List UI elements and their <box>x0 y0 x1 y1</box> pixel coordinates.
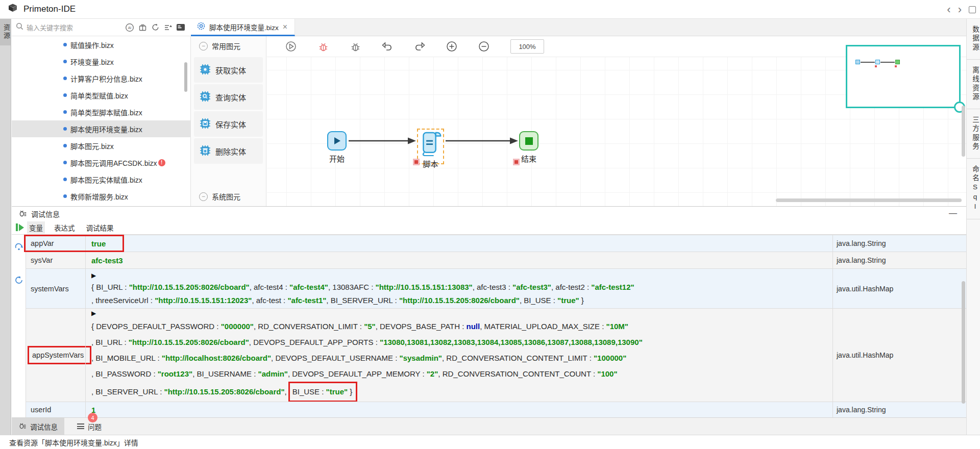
tree-item[interactable]: 脚本图元调用AFCSDK.bizx! <box>12 154 190 171</box>
tree-item[interactable]: 脚本图元实体赋值.bizx <box>12 171 190 188</box>
debug-icon[interactable] <box>350 41 361 52</box>
step-over-icon[interactable] <box>14 242 23 251</box>
key-text: , BI_USE : <box>520 296 557 305</box>
key-text: , RD_CONVERSATION_CONTENT_LIMIT : <box>442 354 594 362</box>
debug-panel: 调试信息 — 变量表达式调试结果 appVartruejava.lang.Str… <box>12 206 966 417</box>
right-rail-item[interactable]: 命名Sql <box>967 159 980 219</box>
entity-chip-icon <box>199 63 211 77</box>
value-text: "true" <box>326 387 348 396</box>
editor-tab-strip: 脚本使用环境变量.bizx × <box>191 19 966 36</box>
palette-item[interactable]: 删除实体 <box>194 138 263 164</box>
key-text: { BI_URL : <box>91 283 129 291</box>
window-icon[interactable] <box>969 6 976 13</box>
expand-arrow-icon[interactable]: ▶ <box>91 309 832 318</box>
expand-arrow-icon[interactable]: ▶ <box>91 270 832 281</box>
tab-debug-info[interactable]: 调试信息 <box>12 418 64 435</box>
tree-item[interactable]: 简单类型脚本赋值.bizx <box>12 104 190 120</box>
value-text: "http://localhost:8026/cboard" <box>162 354 271 362</box>
redo-icon[interactable] <box>414 41 425 52</box>
stop-icon[interactable] <box>14 259 23 268</box>
key-text: , afc-test3 : <box>473 283 512 291</box>
editor-tab-active[interactable]: 脚本使用环境变量.bizx × <box>191 19 295 36</box>
canvas-hscrollbar[interactable] <box>776 198 962 202</box>
status-text: 查看资源「脚本使用环境变量.bizx」详情 <box>9 437 138 447</box>
variable-row[interactable]: sysVarafc-test3java.lang.String <box>26 252 966 269</box>
node-script[interactable]: 脚本 <box>417 129 444 164</box>
debug-scrollbar[interactable] <box>962 281 965 404</box>
search-bar: 输入关键字搜索 AI <box>12 19 190 36</box>
file-bullet-icon <box>63 161 67 164</box>
tab-problems[interactable]: 问题 4 <box>70 418 108 435</box>
flow-canvas[interactable]: 100% 开始 脚本 <box>267 36 966 206</box>
view-toggle-icon[interactable] <box>176 23 185 32</box>
palette-item[interactable]: 获取实体 <box>194 57 263 83</box>
sidebar-tab-resources[interactable]: 资源 <box>0 19 11 45</box>
nav-back-icon[interactable]: ‹ <box>947 4 950 15</box>
canvas-vscrollbar[interactable] <box>962 106 965 157</box>
debug-tab-调试结果[interactable]: 调试结果 <box>84 221 116 234</box>
file-bullet-icon <box>63 77 67 80</box>
key-text: , afc-test2 : <box>551 283 591 291</box>
collapse-panel-icon[interactable]: — <box>949 209 957 218</box>
tree-item[interactable]: 计算客户积分信息.bizx <box>12 70 190 87</box>
search-input[interactable]: 输入关键字搜索 <box>12 22 125 32</box>
palette-item[interactable]: 保存实体 <box>194 111 263 137</box>
tree-item[interactable]: 教师新增服务.bizx <box>12 188 190 205</box>
tree-item[interactable]: 环境变量.bizx <box>12 53 190 70</box>
node-end[interactable] <box>519 131 538 151</box>
value-text: true <box>91 239 106 248</box>
palette-item[interactable]: 查询实体 <box>194 84 263 110</box>
title-bar: Primeton-IDE ‹ › <box>0 0 980 19</box>
key-text: , RD_CONVERSATION_CONTENT_COUNT : <box>438 369 597 378</box>
key-text: { DEVOPS_DEFAULT_PASSWORD : <box>91 322 221 331</box>
file-name: 脚本图元调用AFCSDK.bizx <box>70 158 157 168</box>
close-icon[interactable]: × <box>283 22 287 32</box>
refresh-icon[interactable] <box>151 23 160 32</box>
palette-group-system[interactable]: − 系统图元 <box>191 187 266 206</box>
file-name: 环境变量.bizx <box>70 57 114 67</box>
right-rail-item[interactable]: 三方服务 <box>967 109 980 159</box>
run-icon[interactable] <box>285 41 297 52</box>
undo-icon[interactable] <box>382 41 393 52</box>
tree-scrollbar[interactable] <box>184 62 187 92</box>
node-start[interactable] <box>327 131 347 151</box>
editor-tab-title: 脚本使用环境变量.bizx <box>209 22 279 32</box>
svg-text:AI: AI <box>128 26 132 30</box>
variable-row[interactable]: appVartruejava.lang.String <box>26 235 966 252</box>
resource-explorer: 输入关键字搜索 AI 赋值操作.bizx环境变量.bizx计算客户积分信息.bi… <box>12 19 190 206</box>
search-icon <box>16 22 23 32</box>
file-name: 脚本图元.bizx <box>70 141 114 151</box>
variable-row[interactable]: userId1java.lang.String <box>26 402 966 418</box>
zoom-out-icon[interactable] <box>478 41 489 52</box>
restart-icon[interactable] <box>14 276 23 285</box>
debug-tab-表达式[interactable]: 表达式 <box>52 221 77 234</box>
palette-item-label: 查询实体 <box>215 92 246 103</box>
tree-item[interactable]: 简单类型赋值.bizx <box>12 87 190 104</box>
breakpoint-marker[interactable] <box>413 159 420 165</box>
nav-forward-icon[interactable]: › <box>958 4 962 15</box>
variable-row[interactable]: systemVars▶{ BI_URL : "http://10.15.15.2… <box>26 269 966 309</box>
tree-item[interactable]: 脚本图元.bizx <box>12 137 190 154</box>
zoom-level[interactable]: 100% <box>510 39 544 54</box>
key-text: , BI_MOBILE_URL : <box>91 354 162 362</box>
variable-row[interactable]: appSystemVars▶{ DEVOPS_DEFAULT_PASSWORD … <box>26 309 966 402</box>
right-rail-item[interactable]: 离线资源 <box>967 60 980 109</box>
breakpoint-marker[interactable] <box>513 159 520 165</box>
right-rail-item[interactable]: 数据源 <box>967 19 980 60</box>
component-icon[interactable] <box>138 23 147 32</box>
value-text: "http://10.15.15.205:8026/cboard" <box>399 296 520 305</box>
sort-icon[interactable] <box>163 23 173 32</box>
minimap[interactable] <box>846 45 961 108</box>
debug-tab-变量[interactable]: 变量 <box>27 221 45 234</box>
ai-assistant-icon[interactable]: AI <box>125 23 134 32</box>
file-name: 简单类型赋值.bizx <box>70 90 128 101</box>
debug-active-icon[interactable] <box>317 41 329 52</box>
palette-group-common[interactable]: − 常用图元 <box>191 36 266 56</box>
variable-name: appVar <box>31 239 54 247</box>
resume-icon[interactable] <box>16 223 24 231</box>
script-icon <box>420 131 442 158</box>
zoom-in-icon[interactable] <box>446 41 457 52</box>
tree-item[interactable]: 脚本使用环境变量.bizx <box>12 120 190 137</box>
key-text: , threeServiceUrl : <box>91 296 155 305</box>
tree-item[interactable]: 赋值操作.bizx <box>12 36 190 53</box>
